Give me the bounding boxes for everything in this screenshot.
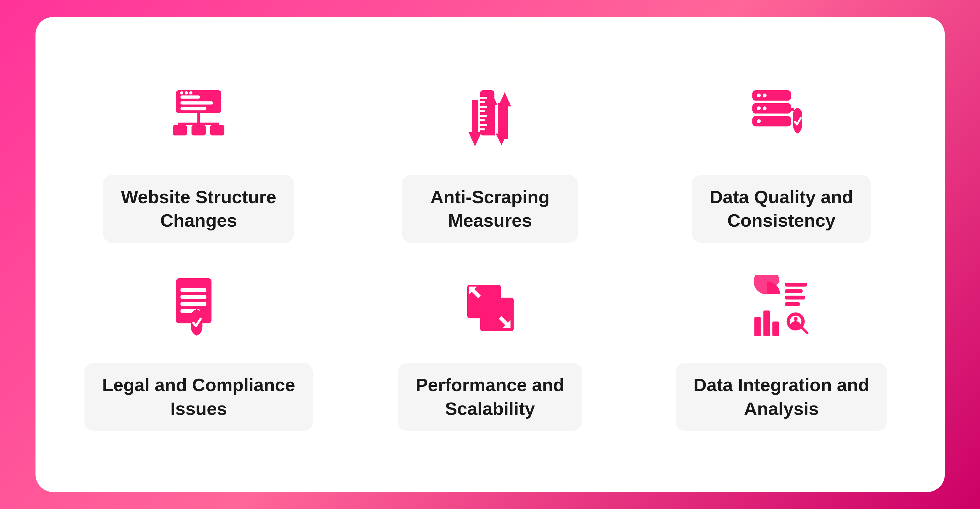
data-integration-label-box: Data Integration andAnalysis (676, 363, 887, 431)
svg-rect-1 (181, 95, 200, 98)
data-integration-label: Data Integration andAnalysis (694, 373, 869, 420)
performance-icon (449, 266, 531, 348)
legal-compliance-label: Legal and ComplianceIssues (102, 373, 295, 420)
svg-point-35 (757, 119, 760, 123)
svg-rect-22 (480, 124, 487, 126)
svg-rect-13 (198, 122, 200, 128)
website-structure-label-box: Website StructureChanges (103, 175, 294, 243)
website-structure-label: Website StructureChanges (121, 185, 276, 233)
svg-rect-20 (480, 115, 487, 117)
svg-rect-49 (784, 283, 807, 287)
data-quality-label: Data Quality andConsistency (710, 185, 853, 233)
svg-point-4 (180, 91, 183, 94)
svg-rect-12 (179, 125, 181, 129)
svg-line-56 (802, 328, 807, 333)
svg-rect-38 (181, 288, 207, 292)
svg-point-34 (763, 106, 767, 110)
svg-rect-39 (181, 295, 207, 299)
svg-rect-19 (480, 110, 485, 112)
item-performance: Performance andScalability (362, 266, 618, 431)
performance-label: Performance andScalability (416, 373, 564, 420)
item-website-structure: Website StructureChanges (71, 78, 327, 243)
svg-rect-47 (763, 311, 770, 336)
svg-point-33 (757, 106, 760, 110)
svg-rect-52 (784, 302, 800, 306)
anti-scraping-icon (449, 78, 531, 160)
legal-compliance-icon (158, 266, 240, 348)
performance-label-box: Performance andScalability (398, 363, 582, 431)
svg-rect-51 (784, 295, 805, 300)
svg-rect-50 (784, 289, 803, 293)
website-structure-icon (158, 78, 240, 160)
svg-rect-16 (480, 97, 487, 99)
svg-rect-40 (181, 302, 207, 306)
svg-point-55 (794, 317, 797, 321)
svg-rect-48 (772, 321, 779, 336)
svg-point-31 (757, 94, 760, 97)
svg-point-6 (189, 91, 192, 94)
svg-rect-18 (480, 106, 487, 108)
svg-point-5 (185, 91, 188, 94)
features-grid: Website StructureChanges (71, 78, 910, 431)
svg-point-32 (763, 94, 767, 97)
svg-rect-46 (754, 317, 760, 336)
data-quality-label-box: Data Quality andConsistency (692, 175, 870, 243)
svg-rect-14 (217, 125, 219, 129)
anti-scraping-label-box: Anti-ScrapingMeasures (402, 175, 578, 243)
item-data-quality: Data Quality andConsistency (653, 78, 909, 243)
item-data-integration: Data Integration andAnalysis (653, 266, 909, 431)
svg-rect-3 (181, 107, 207, 110)
item-anti-scraping: Anti-ScrapingMeasures (362, 78, 618, 243)
svg-marker-27 (469, 100, 482, 146)
svg-rect-36 (784, 108, 794, 111)
svg-rect-2 (181, 101, 213, 105)
anti-scraping-label: Anti-ScrapingMeasures (430, 185, 549, 233)
main-card: Website StructureChanges (35, 17, 945, 492)
svg-rect-23 (480, 128, 485, 130)
svg-rect-21 (480, 119, 485, 121)
data-integration-icon (740, 266, 822, 348)
legal-compliance-label-box: Legal and ComplianceIssues (84, 363, 313, 431)
data-quality-icon (740, 78, 822, 160)
svg-rect-17 (480, 101, 485, 103)
item-legal-compliance: Legal and ComplianceIssues (71, 266, 327, 431)
